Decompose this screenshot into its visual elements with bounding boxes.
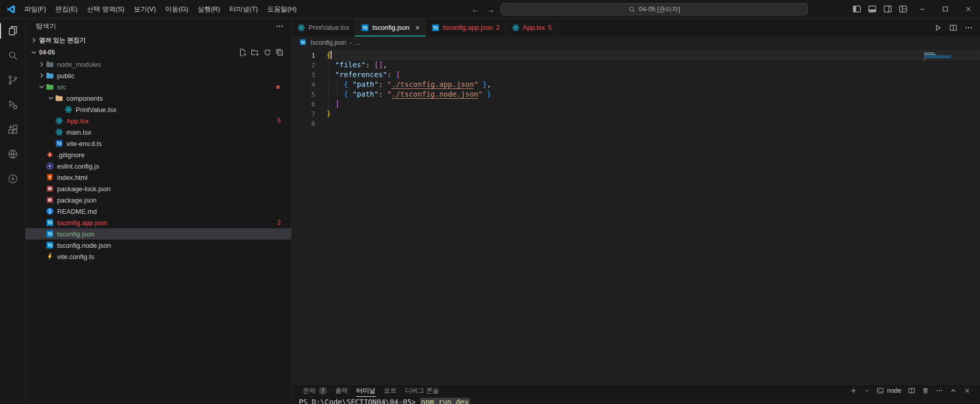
tree-item-components[interactable]: components — [26, 93, 291, 104]
file-label: .gitignore — [57, 151, 84, 159]
kill-terminal-icon[interactable] — [922, 387, 929, 394]
panel-tab-디버그-콘솔[interactable]: 디버그 콘솔 — [401, 384, 443, 397]
menu-item-1[interactable]: 편집(E) — [51, 4, 82, 15]
tree-item-tsconfig-app-json[interactable]: TS tsconfig.app.json2 — [26, 217, 291, 228]
panel-tab-터미널[interactable]: 터미널 — [352, 384, 380, 397]
file-link[interactable]: ./tsconfig.app.json — [391, 80, 474, 88]
activitybar-extensions-icon[interactable] — [0, 117, 25, 142]
panel-tab-문제[interactable]: 문제 7 — [299, 384, 331, 397]
react-icon — [64, 105, 72, 114]
close-tab-icon[interactable]: × — [415, 24, 420, 31]
open-editors-section[interactable]: 열려 있는 편집기 — [26, 34, 291, 46]
code-editor[interactable]: 12345678 { "files": [], "references": [ … — [292, 49, 980, 384]
tree-item-main-tsx[interactable]: main.tsx — [26, 126, 291, 138]
panel-tab-label: 포트 — [384, 387, 397, 395]
tree-item-app-tsx[interactable]: App.tsx5 — [26, 115, 291, 126]
tree-item-readme-md[interactable]: README.md — [26, 206, 291, 217]
maximize-panel-icon[interactable] — [950, 387, 957, 394]
menu-item-3[interactable]: 보기(V) — [129, 4, 160, 15]
command-center-search[interactable]: 04-05 [관리자] — [501, 3, 808, 15]
tree-item-tsconfig-json[interactable]: TS tsconfig.json — [26, 228, 291, 240]
forward-arrow-icon[interactable]: → — [485, 5, 497, 14]
error-count-badge: 2 — [496, 24, 500, 31]
code-line-5: { "path": "./tsconfig.node.json" } — [326, 89, 980, 99]
npm-icon — [46, 185, 54, 193]
tree-item-public[interactable]: public — [26, 70, 291, 81]
code-line-6: ] — [326, 99, 980, 109]
minimap[interactable] — [924, 51, 973, 63]
activitybar-remote-explorer-icon[interactable] — [0, 142, 25, 167]
file-label: tsconfig.json — [57, 230, 94, 238]
back-arrow-icon[interactable]: ← — [470, 5, 481, 14]
code-line-2: "files": [], — [326, 60, 980, 70]
sidebar-more-actions-icon[interactable] — [276, 22, 284, 30]
editor-more-actions-icon[interactable] — [965, 24, 973, 32]
run-file-icon[interactable] — [934, 24, 942, 32]
minimize-button[interactable] — [911, 0, 934, 18]
svg-text:TS: TS — [47, 243, 52, 248]
root-folder-section[interactable]: 04-05 — [26, 46, 291, 59]
breadcrumb-file[interactable]: tsconfig.json — [311, 39, 346, 46]
collapse-all-icon[interactable] — [276, 48, 284, 57]
menu-item-0[interactable]: 파일(F) — [20, 4, 51, 15]
tree-item-printvalue-tsx[interactable]: PrintValue.tsx — [26, 104, 291, 115]
menu-item-2[interactable]: 선택 영역(S) — [82, 4, 129, 15]
file-label: vite-env.d.ts — [66, 140, 102, 148]
terminal-list-item[interactable]: node — [877, 387, 901, 394]
toggle-sidebar-icon[interactable] — [849, 0, 864, 18]
tree-item-node-modules[interactable]: node_modules — [26, 59, 291, 70]
error-count-badge: 2 — [277, 219, 281, 226]
panel-more-actions-icon[interactable] — [936, 387, 943, 394]
menu-item-4[interactable]: 이동(G) — [160, 4, 193, 15]
new-file-icon[interactable] — [239, 48, 247, 57]
menu-item-6[interactable]: 터미널(T) — [225, 4, 263, 15]
code-line-4: { "path": "./tsconfig.app.json" }, — [326, 80, 980, 89]
toggle-secondary-sidebar-icon[interactable] — [880, 0, 895, 18]
split-terminal-icon[interactable] — [908, 387, 915, 394]
code-line-7: } — [326, 109, 980, 119]
tree-item-package-lock-json[interactable]: package-lock.json — [26, 183, 291, 194]
tree-item-tsconfig-node-json[interactable]: TS tsconfig.node.json — [26, 240, 291, 251]
maximize-button[interactable] — [934, 0, 957, 18]
chevron-icon — [37, 71, 46, 80]
tab-tsconfig-json[interactable]: TS tsconfig.json × — [355, 19, 426, 36]
activitybar-source-control-icon[interactable] — [0, 68, 25, 93]
panel-tab-label: 문제 — [303, 387, 316, 395]
activitybar-run-debug-icon[interactable] — [0, 93, 25, 117]
terminal-profile-dropdown-icon[interactable] — [864, 388, 870, 394]
activitybar-thunder-client-icon[interactable] — [0, 167, 25, 191]
new-folder-icon[interactable] — [251, 48, 259, 57]
file-link[interactable]: ./tsconfig.node.json — [391, 90, 478, 98]
tab-tsconfig-app-json[interactable]: TS tsconfig.app.json 2 — [426, 19, 505, 36]
git-icon — [46, 151, 54, 159]
close-panel-icon[interactable] — [964, 387, 971, 394]
breadcrumb: TS tsconfig.json › ... — [292, 36, 980, 49]
split-editor-icon[interactable] — [949, 24, 957, 32]
close-button[interactable] — [957, 0, 980, 18]
tab-app-tsx[interactable]: App.tsx 5 — [506, 19, 558, 36]
terminal-output[interactable]: PS D:\Code\SECTION04\04-05> npm run dev — [292, 397, 980, 404]
activitybar-search-icon[interactable] — [0, 43, 25, 68]
breadcrumb-tail[interactable]: ... — [355, 39, 360, 46]
tree-item-gitignore[interactable]: .gitignore — [26, 149, 291, 160]
menu-item-7[interactable]: 도움말(H) — [263, 4, 301, 15]
refresh-icon[interactable] — [263, 48, 271, 57]
vscode-logo-icon[interactable] — [5, 5, 16, 14]
customize-layout-icon[interactable] — [895, 0, 911, 18]
toggle-panel-icon[interactable] — [864, 0, 880, 18]
panel-tab-포트[interactable]: 포트 — [380, 384, 401, 397]
activitybar-explorer-icon[interactable] — [0, 19, 25, 43]
tree-item-vite-env-d-ts[interactable]: TS vite-env.d.ts — [26, 138, 291, 149]
new-terminal-icon[interactable] — [850, 387, 857, 394]
menu-item-5[interactable]: 실행(R) — [193, 4, 225, 15]
panel-tab-출력[interactable]: 출력 — [331, 384, 352, 397]
tab-printvalue-tsx[interactable]: PrintValue.tsx — [292, 19, 355, 36]
tree-item-src[interactable]: src — [26, 81, 291, 93]
folder-icon — [55, 94, 63, 102]
tree-item-package-json[interactable]: package.json — [26, 194, 291, 206]
tree-item-index-html[interactable]: 5 index.html — [26, 172, 291, 183]
tree-item-eslint-config-js[interactable]: eslint.config.js — [26, 160, 291, 172]
tree-item-vite-config-ts[interactable]: vite.config.ts — [26, 251, 291, 262]
svg-text:TS: TS — [363, 26, 368, 30]
file-label: tsconfig.app.json — [57, 219, 107, 227]
